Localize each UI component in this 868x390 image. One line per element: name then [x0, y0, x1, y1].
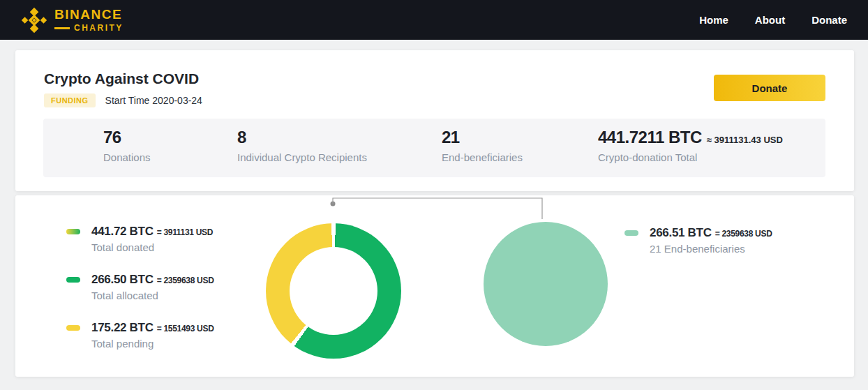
stat-donation-total: 441.7211 BTC ≈ 3911131.43 USD Crypto-don… — [598, 128, 783, 163]
pie-chart[interactable] — [484, 222, 608, 346]
legend-label: Total donated — [91, 241, 213, 253]
stat-label: Individual Crypto Recipients — [237, 151, 367, 163]
nav-link-about[interactable]: About — [755, 14, 785, 26]
navbar: BINANCE CHARITY Home About Donate — [0, 0, 868, 40]
legend-amount: 266.51 BTC — [650, 226, 712, 240]
legend-usd: = 2359638 USD — [157, 276, 214, 285]
legend-item-total-pending: 175.22 BTC = 1551493 USD Total pending — [66, 321, 214, 350]
page-title: Crypto Against COVID — [44, 70, 199, 87]
campaign-card: Crypto Against COVID FUNDING Start Time … — [15, 50, 854, 191]
stat-value: 21 — [442, 128, 523, 147]
stats-box: 76 Donations 8 Individual Crypto Recipie… — [43, 119, 825, 177]
legend-label: 21 End-beneficiaries — [650, 243, 772, 255]
legend-usd: = 3911131 USD — [157, 227, 214, 237]
stat-beneficiaries: 21 End-beneficiaries — [442, 128, 523, 163]
legend-usd: = 1551493 USD — [157, 324, 214, 333]
legend-item-total-donated: 441.72 BTC = 3911131 USD Total donated — [66, 225, 214, 253]
donate-button[interactable]: Donate — [714, 75, 825, 101]
stat-value: 76 — [103, 128, 151, 147]
connector-line — [15, 195, 574, 227]
status-badge: FUNDING — [44, 93, 96, 107]
nav-link-donate[interactable]: Donate — [811, 14, 847, 26]
stat-label: Donations — [103, 151, 151, 163]
donut-hole — [290, 247, 377, 335]
brand-sub: CHARITY — [74, 24, 124, 32]
brand-dash — [54, 27, 70, 29]
legend-swatch-total-allocated — [66, 277, 80, 283]
nav-link-home[interactable]: Home — [699, 14, 728, 26]
pie-legend: 266.51 BTC = 2359638 USD 21 End-benefici… — [624, 226, 772, 274]
legend-amount: 175.22 BTC — [91, 321, 154, 335]
legend-amount: 441.72 BTC — [91, 225, 154, 239]
legend-usd: = 2359638 USD — [715, 229, 772, 239]
brand-text: BINANCE CHARITY — [54, 8, 124, 32]
legend-swatch-total-pending — [66, 325, 80, 331]
legend-label: Total allocated — [91, 290, 214, 301]
stat-value: 8 — [237, 128, 367, 147]
legend-swatch-total-donated — [66, 229, 80, 234]
start-time: Start Time 2020-03-24 — [105, 95, 202, 106]
charts-card: 441.72 BTC = 3911131 USD Total donated 2… — [15, 195, 854, 377]
legend-swatch-end-beneficiaries — [624, 230, 638, 236]
brand-name: BINANCE — [54, 8, 124, 21]
nav-links: Home About Donate — [699, 14, 847, 26]
legend-amount: 266.50 BTC — [91, 273, 154, 287]
legend-item-end-beneficiaries: 266.51 BTC = 2359638 USD 21 End-benefici… — [624, 226, 772, 255]
stat-donations: 76 Donations — [103, 128, 151, 163]
donut-chart[interactable] — [266, 223, 401, 359]
campaign-meta-row: FUNDING Start Time 2020-03-24 — [44, 93, 202, 107]
brand-logo[interactable]: BINANCE CHARITY — [21, 7, 124, 33]
legend-label: Total pending — [91, 338, 214, 350]
stat-label: Crypto-donation Total — [598, 151, 783, 163]
donut-legend: 441.72 BTC = 3911131 USD Total donated 2… — [66, 225, 214, 369]
stat-label: End-beneficiaries — [442, 151, 523, 163]
stat-recipients: 8 Individual Crypto Recipients — [237, 128, 367, 163]
legend-item-total-allocated: 266.50 BTC = 2359638 USD Total allocated — [66, 273, 214, 301]
stat-approx-usd: ≈ 3911131.43 USD — [707, 135, 783, 145]
binance-logo-icon — [21, 7, 47, 33]
stat-value: 441.7211 BTC — [598, 128, 702, 147]
